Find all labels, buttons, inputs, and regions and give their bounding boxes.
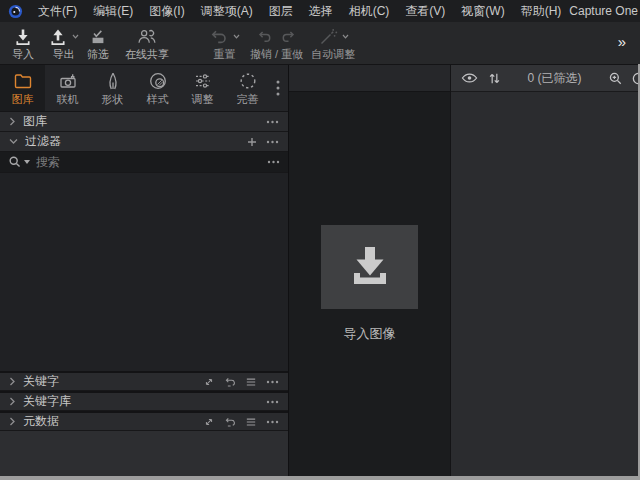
import-icon — [13, 27, 33, 47]
browser-settings-button[interactable] — [631, 71, 638, 86]
metadata-reset-button[interactable] — [224, 416, 236, 428]
sort-arrows-icon — [488, 72, 501, 85]
section-metadata[interactable]: 元数据 — [0, 411, 288, 431]
chevron-down-icon — [24, 160, 30, 164]
chevron-right-icon — [9, 117, 16, 126]
keywords-reset-button[interactable] — [224, 376, 236, 388]
sort-button[interactable] — [488, 72, 501, 85]
tab-overflow-button[interactable] — [273, 77, 283, 99]
tab-refine[interactable]: 完善 — [225, 65, 270, 111]
folder-icon — [13, 71, 33, 91]
browser-empty-body — [451, 92, 638, 476]
ellipsis-icon — [266, 380, 279, 384]
reset-button[interactable]: 重置 — [209, 25, 240, 61]
section-keywords[interactable]: 关键字 — [0, 371, 288, 391]
reset-undo-icon — [209, 27, 229, 47]
hamburger-icon — [245, 377, 257, 387]
auto-adjust-button[interactable]: 自动调整 — [311, 25, 355, 61]
tool-tab-bar: 图库 联机 形状 — [0, 65, 288, 112]
undo-icon — [257, 29, 273, 45]
preview-toggle-button[interactable] — [461, 72, 478, 84]
import-images-button[interactable] — [321, 225, 418, 309]
filter-button[interactable]: 筛选 — [87, 25, 109, 61]
tether-camera-icon — [58, 71, 78, 91]
menu-window[interactable]: 视窗(W) — [453, 0, 512, 22]
content-area: 图库 联机 形状 — [0, 65, 638, 476]
section-filters[interactable]: 过滤器 — [0, 132, 288, 152]
menu-file[interactable]: 文件(F) — [30, 0, 85, 22]
tab-capture[interactable]: 联机 — [45, 65, 90, 111]
section-library[interactable]: 图库 — [0, 112, 288, 132]
search-input[interactable] — [36, 155, 267, 169]
menu-help[interactable]: 帮助(H) — [513, 0, 570, 22]
menu-adjustments[interactable]: 调整项(A) — [193, 0, 261, 22]
redo-icon — [280, 29, 296, 45]
import-button[interactable]: 导入 — [12, 25, 34, 61]
ellipsis-icon — [267, 160, 280, 164]
left-tools-panel: 图库 联机 形状 — [0, 65, 289, 476]
magic-wand-icon — [318, 27, 338, 47]
chevron-down-icon — [233, 34, 240, 39]
menu-layer[interactable]: 图层 — [261, 0, 301, 22]
diagonal-arrows-icon — [203, 376, 215, 388]
toolbar-overflow-button[interactable]: » — [618, 33, 630, 50]
ellipsis-icon — [266, 140, 279, 144]
capture-one-window: 文件(F) 编辑(E) 图像(I) 调整项(A) 图层 选择 相机(C) 查看(… — [0, 0, 640, 480]
metadata-copy-apply-button[interactable] — [203, 416, 215, 428]
chevron-right-icon — [9, 397, 16, 406]
dashed-circle-icon — [238, 71, 258, 91]
diagonal-arrows-icon — [203, 416, 215, 428]
viewer-area: 导入图像 — [289, 65, 451, 476]
left-panel-footer — [0, 431, 288, 476]
eye-icon — [461, 72, 478, 84]
main-toolbar: 导入 导出 筛选 — [0, 22, 640, 65]
thumbnail-zoom-button[interactable] — [608, 71, 623, 86]
export-button[interactable]: 导出 — [48, 25, 79, 61]
tab-adjustments[interactable]: 调整 — [180, 65, 225, 111]
search-icon — [8, 155, 22, 169]
local-reset-icon — [224, 376, 236, 388]
share-people-icon — [135, 27, 159, 46]
export-icon — [48, 27, 68, 47]
zoom-in-icon — [608, 71, 623, 86]
menu-image[interactable]: 图像(I) — [141, 0, 192, 22]
search-more-button[interactable] — [267, 160, 280, 164]
filters-more-button[interactable] — [266, 140, 279, 144]
sliders-icon — [193, 71, 213, 91]
kebab-menu-icon — [276, 80, 280, 96]
share-online-button[interactable]: 在线共享 — [125, 25, 169, 61]
keywords-presets-button[interactable] — [245, 377, 257, 387]
tab-styles[interactable]: 样式 — [135, 65, 180, 111]
download-tray-icon — [347, 246, 393, 288]
metadata-more-button[interactable] — [266, 420, 279, 424]
menu-select[interactable]: 选择 — [301, 0, 341, 22]
ellipsis-icon — [266, 120, 279, 124]
pen-nib-icon — [103, 71, 123, 91]
tab-shapes[interactable]: 形状 — [90, 65, 135, 111]
library-more-button[interactable] — [266, 120, 279, 124]
window-title: Capture One — [569, 4, 640, 18]
chevron-down-icon — [72, 34, 79, 39]
menu-edit[interactable]: 编辑(E) — [85, 0, 141, 22]
hamburger-icon — [245, 417, 257, 427]
menu-view[interactable]: 查看(V) — [397, 0, 453, 22]
metadata-presets-button[interactable] — [245, 417, 257, 427]
menu-camera[interactable]: 相机(C) — [341, 0, 398, 22]
chevron-right-icon — [9, 377, 16, 386]
image-count-label: 0 (已筛选) — [501, 70, 608, 87]
undo-redo-button[interactable]: 撤销 / 重做 — [250, 25, 303, 61]
viewer-toolbar — [289, 65, 450, 92]
plus-icon — [247, 137, 257, 147]
keyword-library-more-button[interactable] — [266, 400, 279, 404]
add-filter-button[interactable] — [247, 137, 257, 147]
section-keyword-library[interactable]: 关键字库 — [0, 391, 288, 411]
ellipsis-icon — [266, 420, 279, 424]
chevron-down-icon — [9, 138, 18, 145]
chevron-down-icon — [342, 34, 349, 39]
keywords-more-button[interactable] — [266, 380, 279, 384]
browser-header: 0 (已筛选) — [451, 65, 638, 92]
browser-panel: 0 (已筛选) — [451, 65, 638, 476]
viewer-body: 导入图像 — [289, 92, 450, 476]
keywords-copy-apply-button[interactable] — [203, 376, 215, 388]
tab-library[interactable]: 图库 — [0, 65, 45, 111]
